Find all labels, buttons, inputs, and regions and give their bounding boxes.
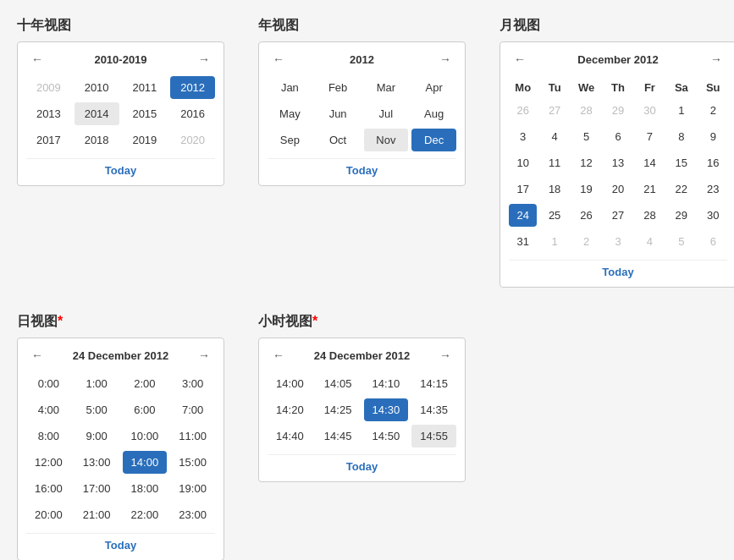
hour-today-link[interactable]: Today	[346, 460, 378, 473]
month-day-cell[interactable]: 29	[667, 204, 695, 227]
hour-next-button[interactable]: →	[434, 347, 456, 364]
decade-cell[interactable]: 2018	[75, 129, 119, 151]
hour-time-cell[interactable]: 14:50	[364, 425, 409, 447]
month-next-button[interactable]: →	[705, 51, 727, 68]
month-day-cell[interactable]: 26	[572, 204, 600, 227]
decade-cell[interactable]: 2017	[26, 129, 71, 151]
month-day-cell[interactable]: 20	[604, 178, 632, 200]
month-day-cell[interactable]: 23	[699, 178, 727, 200]
day-today-link[interactable]: Today	[105, 539, 136, 552]
month-day-cell[interactable]: 5	[572, 125, 600, 148]
day-time-cell[interactable]: 13:00	[75, 451, 119, 474]
year-month-cell[interactable]: Jul	[364, 102, 409, 125]
month-day-cell[interactable]: 18	[540, 178, 568, 200]
decade-cell[interactable]: 2016	[170, 102, 215, 125]
month-day-cell[interactable]: 12	[572, 151, 600, 174]
day-time-cell[interactable]: 14:00	[123, 451, 168, 474]
decade-today-link[interactable]: Today	[105, 164, 136, 177]
month-day-cell[interactable]: 15	[667, 151, 695, 174]
day-time-cell[interactable]: 19:00	[170, 477, 215, 500]
day-time-cell[interactable]: 20:00	[26, 503, 71, 526]
year-next-button[interactable]: →	[434, 51, 456, 68]
hour-time-cell[interactable]: 14:00	[268, 372, 312, 395]
month-day-cell[interactable]: 30	[636, 99, 664, 122]
month-day-cell[interactable]: 17	[509, 178, 537, 200]
year-month-cell[interactable]: Apr	[411, 76, 456, 99]
decade-cell[interactable]: 2015	[123, 102, 168, 125]
hour-time-cell[interactable]: 14:55	[411, 425, 456, 447]
month-day-cell[interactable]: 4	[540, 125, 568, 148]
hour-time-cell[interactable]: 14:40	[268, 425, 312, 447]
day-time-cell[interactable]: 3:00	[170, 372, 215, 395]
month-day-cell[interactable]: 6	[604, 125, 632, 148]
day-time-cell[interactable]: 0:00	[26, 372, 71, 395]
year-month-cell[interactable]: May	[268, 102, 312, 125]
hour-time-cell[interactable]: 14:20	[268, 398, 312, 421]
month-day-cell[interactable]: 27	[604, 204, 632, 227]
decade-next-button[interactable]: →	[193, 51, 215, 68]
year-prev-button[interactable]: ←	[268, 51, 290, 68]
day-time-cell[interactable]: 1:00	[75, 372, 119, 395]
day-time-cell[interactable]: 12:00	[26, 451, 71, 474]
year-month-cell[interactable]: Feb	[316, 76, 361, 99]
month-day-cell[interactable]: 27	[540, 99, 568, 122]
decade-cell[interactable]: 2011	[123, 76, 168, 99]
day-next-button[interactable]: →	[193, 347, 215, 364]
month-day-cell[interactable]: 1	[540, 230, 568, 253]
year-today-link[interactable]: Today	[346, 164, 378, 177]
decade-cell[interactable]: 2012	[170, 76, 215, 99]
year-month-cell[interactable]: Jan	[268, 76, 312, 99]
month-day-cell[interactable]: 25	[540, 204, 568, 227]
month-day-cell[interactable]: 3	[604, 230, 632, 253]
month-day-cell[interactable]: 6	[699, 230, 727, 253]
day-time-cell[interactable]: 2:00	[123, 372, 168, 395]
month-day-cell[interactable]: 4	[636, 230, 664, 253]
month-day-cell[interactable]: 31	[509, 230, 537, 253]
month-day-cell[interactable]: 2	[572, 230, 600, 253]
decade-cell[interactable]: 2009	[26, 76, 71, 99]
month-day-cell[interactable]: 14	[636, 151, 664, 174]
hour-time-cell[interactable]: 14:45	[316, 425, 361, 447]
day-time-cell[interactable]: 11:00	[170, 425, 215, 447]
day-time-cell[interactable]: 17:00	[75, 477, 119, 500]
month-day-cell[interactable]: 1	[667, 99, 695, 122]
year-month-cell[interactable]: Aug	[411, 102, 456, 125]
month-day-cell[interactable]: 16	[699, 151, 727, 174]
month-day-cell[interactable]: 9	[699, 125, 727, 148]
hour-time-cell[interactable]: 14:25	[316, 398, 361, 421]
day-time-cell[interactable]: 10:00	[123, 425, 168, 447]
month-day-cell[interactable]: 19	[572, 178, 600, 200]
decade-cell[interactable]: 2013	[26, 102, 71, 125]
year-month-cell[interactable]: Jun	[316, 102, 361, 125]
hour-time-cell[interactable]: 14:30	[364, 398, 409, 421]
day-time-cell[interactable]: 4:00	[26, 398, 71, 421]
day-time-cell[interactable]: 8:00	[26, 425, 71, 447]
month-day-cell[interactable]: 7	[636, 125, 664, 148]
day-time-cell[interactable]: 23:00	[170, 503, 215, 526]
day-time-cell[interactable]: 21:00	[75, 503, 119, 526]
month-day-cell[interactable]: 26	[509, 99, 537, 122]
month-day-cell[interactable]: 29	[604, 99, 632, 122]
hour-time-cell[interactable]: 14:35	[411, 398, 456, 421]
month-day-cell[interactable]: 5	[667, 230, 695, 253]
year-month-cell[interactable]: Mar	[364, 76, 409, 99]
hour-time-cell[interactable]: 14:05	[316, 372, 361, 395]
month-day-cell[interactable]: 30	[699, 204, 727, 227]
day-time-cell[interactable]: 7:00	[170, 398, 215, 421]
month-day-cell[interactable]: 3	[509, 125, 537, 148]
year-month-cell[interactable]: Nov	[364, 129, 409, 151]
day-prev-button[interactable]: ←	[26, 347, 48, 364]
month-day-cell[interactable]: 8	[667, 125, 695, 148]
decade-prev-button[interactable]: ←	[26, 51, 48, 68]
decade-cell[interactable]: 2020	[170, 129, 215, 151]
month-prev-button[interactable]: ←	[509, 51, 531, 68]
year-month-cell[interactable]: Dec	[411, 129, 456, 151]
decade-cell[interactable]: 2014	[75, 102, 119, 125]
month-day-cell[interactable]: 13	[604, 151, 632, 174]
hour-prev-button[interactable]: ←	[268, 347, 290, 364]
month-day-cell[interactable]: 2	[699, 99, 727, 122]
month-day-cell[interactable]: 24	[509, 204, 537, 227]
month-day-cell[interactable]: 22	[667, 178, 695, 200]
decade-cell[interactable]: 2010	[75, 76, 119, 99]
day-time-cell[interactable]: 9:00	[75, 425, 119, 447]
